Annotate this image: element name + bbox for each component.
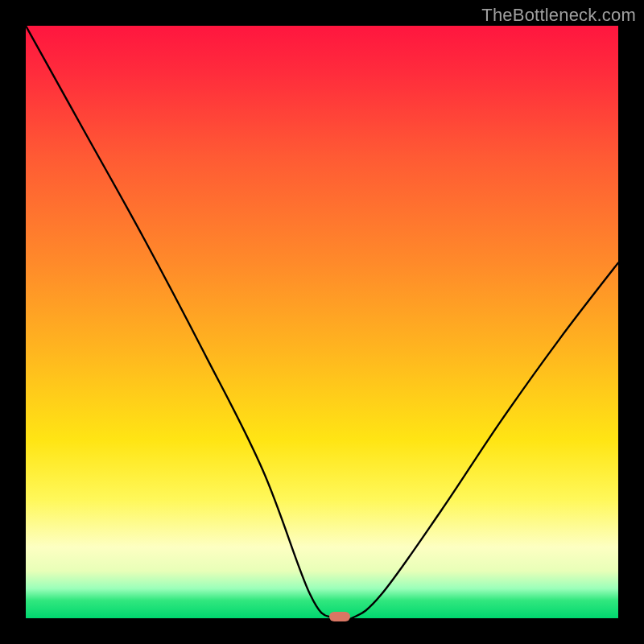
chart-frame: TheBottleneck.com <box>0 0 644 644</box>
plot-area <box>26 26 618 618</box>
optimal-marker <box>329 612 350 621</box>
watermark-text: TheBottleneck.com <box>481 5 636 26</box>
bottleneck-curve <box>26 26 618 618</box>
curve-path <box>26 26 618 618</box>
